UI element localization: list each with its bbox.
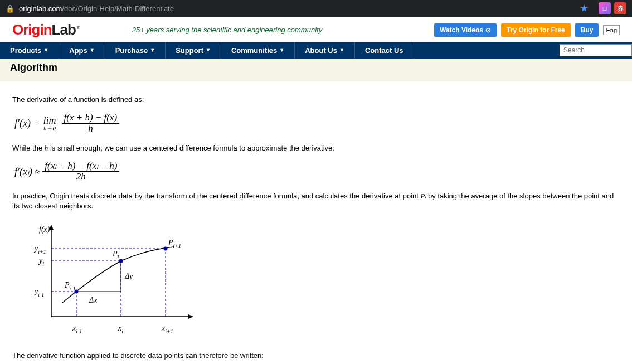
svg-text:xi-1: xi-1 [72, 324, 82, 334]
tagline-text: 25+ years serving the scientific and eng… [132, 26, 322, 34]
svg-text:Pi: Pi [112, 250, 119, 260]
nav-contact[interactable]: Contact Us [355, 42, 414, 59]
nav-apps[interactable]: Apps▼ [59, 42, 105, 59]
paragraph-1: The derivative of a function is defined … [12, 95, 620, 105]
nav-purchase[interactable]: Purchase▼ [105, 42, 166, 59]
svg-marker-3 [188, 314, 193, 319]
svg-text:yi: yi [38, 256, 44, 267]
derivative-graph: f(x) yi+1 yi yi-1 xi-1 xi xi+1 Pi-1 [23, 222, 620, 341]
chevron-down-icon: ▼ [150, 47, 155, 53]
extension-icon-2[interactable]: 券 [614, 2, 626, 14]
url-path: /doc/Origin-Help/Math-Differentiate [62, 4, 174, 13]
main-nav: Products▼ Apps▼ Purchase▼ Support▼ Commu… [0, 42, 632, 59]
equation-2: f′(xᵢ) ≈ f(xᵢ + h) − f(xᵢ − h) 2h [14, 161, 620, 182]
bookmark-star-icon[interactable]: ★ [580, 2, 589, 14]
chevron-down-icon: ▼ [339, 47, 344, 53]
svg-text:yi+1: yi+1 [33, 244, 46, 255]
language-select[interactable]: Eng [603, 25, 620, 35]
lock-icon: 🔒 [6, 4, 14, 13]
search-container [560, 42, 632, 59]
nav-about[interactable]: About Us▼ [295, 42, 355, 59]
search-input[interactable] [560, 44, 632, 56]
chevron-down-icon: ▼ [43, 47, 48, 53]
play-circle-icon: ⊙ [485, 26, 491, 34]
svg-text:yi-1: yi-1 [33, 287, 44, 298]
svg-text:xi+1: xi+1 [161, 324, 173, 334]
equation-1: f′(x) = lim h→0 f(x + h) − f(x) h [14, 113, 620, 134]
paragraph-2: While the h is small enough, we can use … [12, 143, 620, 153]
paragraph-3: In practice, Origin treats discrete data… [12, 191, 620, 211]
nav-support[interactable]: Support▼ [166, 42, 221, 59]
svg-text:f(x): f(x) [39, 225, 50, 234]
chevron-down-icon: ▼ [279, 47, 284, 53]
nav-products[interactable]: Products▼ [0, 42, 59, 59]
page-heading: Algorithm [10, 62, 622, 74]
svg-text:Δy: Δy [124, 272, 133, 280]
svg-text:Δx: Δx [89, 296, 98, 304]
extension-icon-1[interactable]: □ [599, 2, 611, 14]
site-logo[interactable]: OriginLab® [12, 21, 80, 38]
svg-text:Pi-1: Pi-1 [64, 281, 76, 292]
heading-band: Algorithm [0, 59, 632, 81]
browser-address-bar: 🔒 originlab.com/doc/Origin-Help/Math-Dif… [0, 0, 632, 17]
url-host: originlab.com [19, 4, 62, 13]
buy-button[interactable]: Buy [575, 23, 599, 37]
svg-text:xi: xi [118, 324, 123, 334]
try-origin-button[interactable]: Try Origin for Free [501, 23, 571, 37]
paragraph-4: The derivative function applied to discr… [12, 351, 620, 361]
nav-communities[interactable]: Communities▼ [221, 42, 295, 59]
site-header: OriginLab® 25+ years serving the scienti… [0, 17, 632, 42]
article-body: The derivative of a function is defined … [0, 81, 632, 364]
svg-point-19 [164, 246, 168, 250]
chevron-down-icon: ▼ [90, 47, 95, 53]
watch-videos-button[interactable]: Watch Videos ⊙ [434, 23, 497, 37]
chevron-down-icon: ▼ [206, 47, 211, 53]
